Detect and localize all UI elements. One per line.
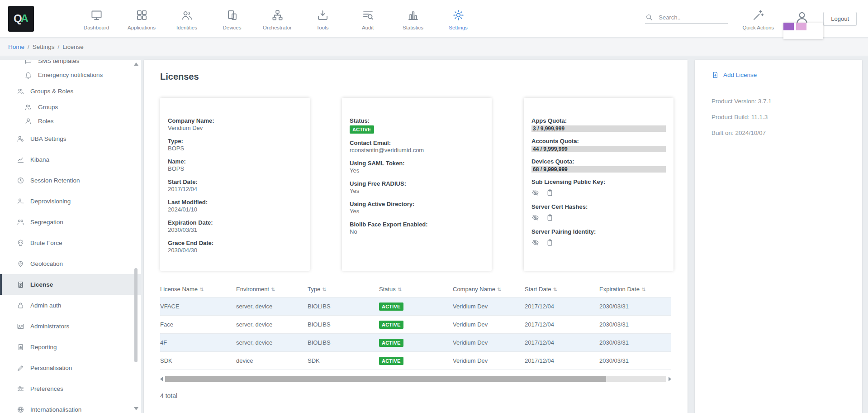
eye-off-icon[interactable] [531, 239, 539, 246]
sort-icon: ⇅ [271, 287, 275, 292]
col-header-environment[interactable]: Environment⇅ [236, 283, 308, 298]
accounts-quota-bar: 44 / 9,999,999 [531, 146, 666, 152]
quota-devices: Devices Quota: 68 / 9,999,999 [531, 158, 666, 173]
sidebar-item-label: Groups & Roles [30, 88, 73, 95]
breadcrumb: Home / Settings / License [0, 38, 868, 56]
sidebar-item-personalisation[interactable]: Personalisation [0, 357, 141, 378]
sidebar-item-groups[interactable]: Groups [0, 100, 141, 114]
scrollbar-track[interactable] [165, 376, 666, 382]
logout-button[interactable]: Logout [823, 12, 857, 26]
sidebar-item-administrators[interactable]: Administrators [0, 316, 141, 336]
table-row[interactable]: 4F server, device BIOLIBS ACTIVE Veridiu… [160, 334, 671, 352]
devices-quota-bar: 68 / 9,999,999 [531, 166, 666, 173]
report-icon [17, 343, 24, 351]
sidebar-item-label: Groups [38, 104, 58, 110]
sidebar-item-label: Geolocation [30, 260, 63, 267]
clock-icon [17, 177, 24, 184]
col-header-status[interactable]: Status⇅ [379, 283, 453, 298]
sidebar-item-brute-force[interactable]: Brute Force [0, 232, 141, 253]
sidebar-item-uba-settings[interactable]: UBA Settings [0, 128, 141, 149]
color-swatch-pink[interactable] [796, 23, 806, 30]
certificate-icon [17, 281, 24, 288]
sidebar-item-session-retention[interactable]: Session Retention [0, 170, 141, 191]
gear-icon [452, 9, 465, 21]
field-saml-token: Using SAML Token: Yes [350, 160, 484, 174]
nav-item-devices[interactable]: Devices [209, 7, 255, 30]
col-header-type[interactable]: Type⇅ [308, 283, 379, 298]
field-name: Name: BOPS [168, 158, 302, 173]
sidebar-scroll-down-arrow[interactable] [134, 407, 138, 410]
field-free-radius: Using Free RADIUS: Yes [350, 180, 484, 195]
nav-item-settings[interactable]: Settings [436, 7, 481, 30]
sidebar-item-sms-templates[interactable]: SMS templates [0, 60, 141, 68]
breadcrumb-settings-link[interactable]: Settings [33, 43, 55, 50]
scrollbar-thumb[interactable] [165, 376, 606, 382]
license-general-card: Company Name: Veridium Dev Type: BOPS Na… [160, 98, 310, 271]
col-header-license-name[interactable]: License Name⇅ [160, 283, 236, 298]
sidebar-item-roles[interactable]: Roles [0, 114, 141, 128]
bar-chart-icon [407, 9, 419, 21]
nav-item-label: Dashboard [84, 25, 109, 30]
people-icon [17, 218, 24, 226]
clipboard-copy-icon[interactable] [546, 214, 554, 221]
brand-logo[interactable]: Q A [8, 6, 34, 32]
breadcrumb-home-link[interactable]: Home [8, 43, 24, 50]
field-company-name: Company Name: Veridium Dev [168, 117, 302, 132]
nav-item-label: Orchestrator [263, 25, 292, 30]
eye-off-icon[interactable] [531, 189, 539, 197]
col-header-expiration-date[interactable]: Expiration Date⇅ [599, 283, 671, 298]
sidebar-scrollbar-thumb[interactable] [134, 268, 138, 362]
table-row[interactable]: SDK device SDK ACTIVE Veridium Dev 2017/… [160, 352, 671, 370]
app-root: Q A Dashboard Applications Identities De… [0, 0, 868, 413]
sidebar-item-label: Personalisation [30, 365, 72, 371]
nav-item-applications[interactable]: Applications [119, 7, 164, 30]
field-contact-email: Contact Email: rconstantin@veridiumid.co… [350, 139, 484, 154]
col-header-start-date[interactable]: Start Date⇅ [525, 283, 599, 298]
sort-icon: ⇅ [641, 287, 645, 292]
quick-actions-label: Quick Actions [742, 25, 774, 30]
sidebar-item-label: Internationalisation [30, 406, 81, 413]
sidebar-item-preferences[interactable]: Preferences [0, 378, 141, 399]
quick-actions-button[interactable]: Quick Actions [738, 7, 778, 30]
list-search-icon [362, 9, 374, 21]
nav-item-orchestrator[interactable]: Orchestrator [255, 7, 300, 30]
search-input[interactable] [658, 14, 726, 21]
nav-item-identities[interactable]: Identities [164, 7, 209, 30]
field-start-date: Start Date: 2017/12/04 [168, 178, 302, 193]
sidebar-item-emergency-notifications[interactable]: Emergency notifications [0, 68, 141, 82]
settings-sidebar: SMS templates Emergency notifications Gr… [0, 60, 141, 413]
clipboard-copy-icon[interactable] [546, 189, 554, 197]
eye-off-icon[interactable] [531, 214, 539, 221]
sidebar-item-admin-auth[interactable]: Admin auth [0, 295, 141, 316]
chart-line-icon [17, 156, 24, 163]
sidebar-item-internationalisation[interactable]: Internationalisation [0, 399, 141, 413]
sidebar-item-segregation[interactable]: Segregation [0, 211, 141, 232]
clipboard-copy-icon[interactable] [546, 239, 554, 246]
sidebar-item-geolocation[interactable]: Geolocation [0, 253, 141, 274]
nav-item-dashboard[interactable]: Dashboard [74, 7, 119, 30]
color-swatch-purple[interactable] [783, 23, 794, 30]
nav-item-label: Tools [317, 25, 329, 30]
sidebar-item-deprovisioning[interactable]: Deprovisioning [0, 191, 141, 211]
apps-quota-bar: 3 / 9,999,999 [531, 125, 666, 132]
nav-item-label: Identities [176, 25, 197, 30]
nav-item-audit[interactable]: Audit [345, 7, 390, 30]
sidebar-item-groups-roles[interactable]: Groups & Roles [0, 82, 141, 100]
scroll-right-arrow[interactable] [669, 377, 671, 381]
table-row[interactable]: Face server, device BIOLIBS ACTIVE Verid… [160, 316, 671, 334]
add-license-button[interactable]: Add License [711, 71, 853, 79]
search-icon[interactable] [645, 13, 653, 21]
sidebar-item-reporting[interactable]: Reporting [0, 336, 141, 357]
main-navigation: Dashboard Applications Identities Device… [74, 7, 481, 30]
scroll-left-arrow[interactable] [160, 377, 163, 381]
table-row[interactable]: VFACE server, device BIOLIBS ACTIVE Veri… [160, 298, 671, 316]
sidebar-item-label: Administrators [30, 323, 69, 330]
nav-item-tools[interactable]: Tools [300, 7, 345, 30]
nav-item-statistics[interactable]: Statistics [390, 7, 436, 30]
breadcrumb-current: License [62, 43, 84, 50]
sidebar-item-kibana[interactable]: Kibana [0, 149, 141, 170]
breadcrumb-separator: / [58, 43, 60, 50]
col-header-company-name[interactable]: Company Name⇅ [453, 283, 525, 298]
sidebar-scroll-up-arrow[interactable] [134, 62, 138, 66]
sidebar-item-license[interactable]: License [0, 274, 141, 295]
